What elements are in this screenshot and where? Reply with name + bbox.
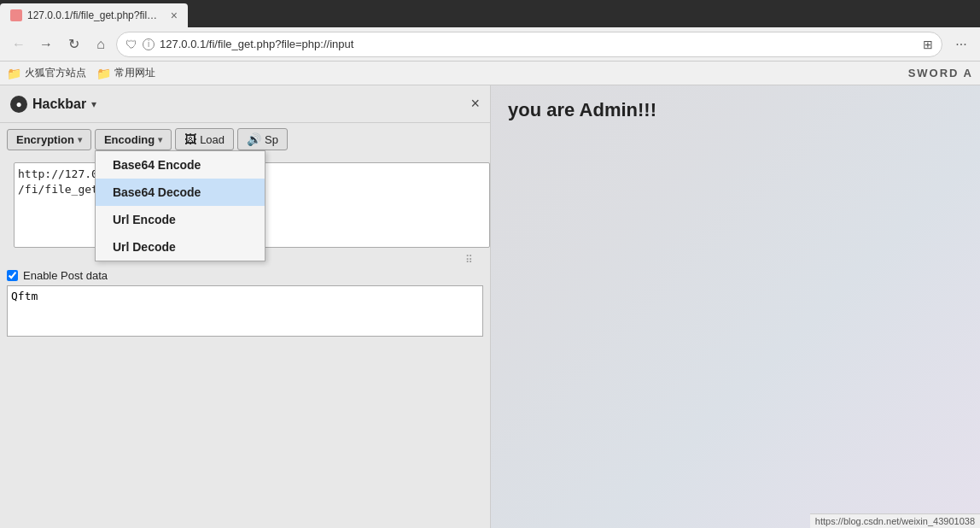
encoding-menu-item-2[interactable]: Url Encode (96, 206, 265, 233)
browser-menu-button[interactable]: ··· (949, 32, 973, 56)
background-image (491, 85, 980, 528)
encoding-menu-item-0[interactable]: Base64 Encode (96, 151, 265, 179)
status-url: https://blog.csdn.net/weixin_43901038 (815, 516, 975, 526)
bookmark-label-1: 常用网址 (114, 66, 155, 80)
tab-bar: 127.0.0.1/fi/file_get.php?file=php... × (0, 0, 980, 27)
hackbar-panel: ● Hackbar ▾ × Encryption ▾ Encoding ▾ (0, 85, 491, 528)
encryption-dropdown-button[interactable]: Encryption ▾ (7, 129, 91, 150)
tab-title: 127.0.0.1/fi/file_get.php?file=php... (27, 9, 162, 21)
encoding-label: Encoding (104, 133, 155, 146)
active-tab[interactable]: 127.0.0.1/fi/file_get.php?file=php... × (0, 3, 188, 27)
right-panel: you are Admin!!! (491, 85, 980, 528)
right-panel-content: you are Admin!!! (508, 99, 963, 121)
reload-button[interactable]: ↻ (61, 32, 85, 56)
post-checkbox-label[interactable]: Enable Post data (23, 269, 108, 282)
encoding-menu-item-1[interactable]: Base64 Decode (96, 179, 265, 206)
encoding-dropdown-menu: Base64 Encode Base64 Decode Url Encode U… (95, 150, 265, 261)
encryption-label: Encryption (16, 133, 74, 146)
bookmarks-bar: 📁 火狐官方站点 📁 常用网址 SWORD A (0, 62, 980, 85)
qr-icon[interactable]: ⊞ (923, 38, 933, 51)
hackbar-title-area[interactable]: ● Hackbar ▾ (10, 96, 96, 113)
load-label: Load (200, 133, 225, 146)
info-icon: i (143, 38, 155, 50)
bookmark-folder-icon-1: 📁 (96, 67, 111, 80)
bookmark-item-0[interactable]: 📁 火狐官方站点 (7, 66, 86, 80)
post-data-textarea[interactable] (7, 285, 483, 337)
encryption-arrow-icon: ▾ (78, 135, 82, 144)
encoding-dropdown-button[interactable]: Encoding ▾ (95, 129, 172, 150)
encoding-menu-item-3[interactable]: Url Decode (96, 233, 265, 261)
hackbar-logo: ● (10, 96, 27, 113)
nav-bar: ← → ↻ ⌂ 🛡 i 127.0.0.1/fi/file_get.php?fi… (0, 27, 980, 62)
forward-button[interactable]: → (34, 32, 58, 56)
post-data-checkbox[interactable] (7, 270, 18, 281)
address-text: 127.0.0.1/fi/file_get.php?file=php://inp… (160, 38, 918, 50)
hackbar-close-button[interactable]: × (470, 95, 480, 113)
tab-close-button[interactable]: × (171, 9, 178, 22)
home-button[interactable]: ⌂ (89, 32, 113, 56)
address-bar[interactable]: 🛡 i 127.0.0.1/fi/file_get.php?file=php:/… (116, 32, 942, 57)
bookmarks-right-text: SWORD A (908, 67, 973, 79)
shield-icon: 🛡 (125, 38, 137, 51)
post-checkbox-row: Enable Post data (7, 269, 483, 282)
hackbar-toolbar: Encryption ▾ Encoding ▾ Base64 Encode Ba… (0, 123, 490, 155)
encoding-dropdown-wrapper: Encoding ▾ Base64 Encode Base64 Decode U… (95, 129, 172, 150)
hackbar-title: Hackbar (32, 97, 86, 112)
bookmark-label-0: 火狐官方站点 (25, 66, 86, 80)
encoding-arrow-icon: ▾ (158, 135, 162, 144)
tab-favicon (10, 9, 22, 21)
back-button[interactable]: ← (7, 32, 31, 56)
post-section: Enable Post data (0, 266, 490, 343)
split-button[interactable]: 🔊 Sp (237, 128, 288, 150)
hackbar-header: ● Hackbar ▾ × (0, 85, 490, 123)
load-button[interactable]: 🖼 Load (175, 128, 234, 150)
hackbar-chevron-icon: ▾ (91, 98, 96, 110)
split-label: Sp (265, 133, 278, 146)
status-bar: https://blog.csdn.net/weixin_43901038 (810, 513, 980, 528)
main-area: ● Hackbar ▾ × Encryption ▾ Encoding ▾ (0, 85, 980, 528)
load-icon: 🖼 (184, 132, 196, 146)
bookmark-item-1[interactable]: 📁 常用网址 (96, 66, 155, 80)
split-icon: 🔊 (247, 132, 261, 146)
admin-message: you are Admin!!! (508, 99, 656, 120)
bookmark-folder-icon-0: 📁 (7, 67, 21, 80)
